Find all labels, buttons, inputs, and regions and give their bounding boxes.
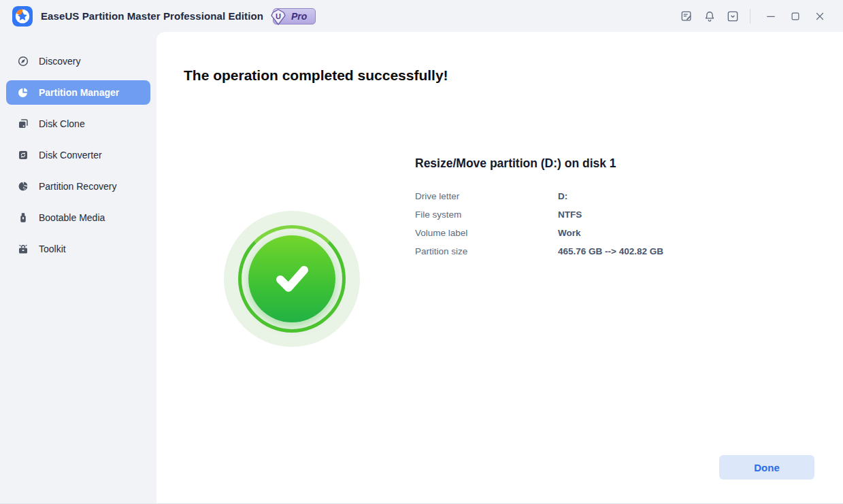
compass-icon — [17, 55, 29, 67]
sidebar-item-disk-converter[interactable]: Disk Converter — [6, 143, 150, 167]
operation-title: Resize/Move partition (D:) on disk 1 — [415, 156, 663, 171]
page-title: The operation completed successfully! — [184, 67, 448, 84]
sidebar-item-label: Bootable Media — [39, 212, 105, 223]
sidebar-item-discovery[interactable]: Discovery — [6, 49, 150, 73]
notifications-button[interactable] — [698, 5, 721, 28]
close-button[interactable] — [808, 5, 832, 28]
window-mode-button[interactable] — [721, 5, 744, 28]
disk-converter-icon — [17, 149, 29, 161]
done-button[interactable]: Done — [719, 455, 814, 480]
detail-label: File system — [415, 209, 558, 220]
note-edit-icon — [680, 10, 693, 23]
sidebar-item-label: Partition Recovery — [39, 181, 116, 192]
svg-text:U: U — [276, 12, 281, 20]
pie-chart-icon — [17, 86, 29, 99]
upgrade-gem-icon: U — [269, 8, 287, 26]
sidebar-item-label: Partition Manager — [39, 87, 119, 98]
sidebar-item-bootable-media[interactable]: Bootable Media — [6, 205, 150, 230]
pro-badge-label: Pro — [291, 11, 307, 22]
usb-drive-icon — [17, 212, 29, 224]
sidebar-item-label: Discovery — [39, 56, 80, 67]
detail-row-file-system: File system NTFS — [415, 205, 663, 224]
detail-value: Work — [558, 228, 581, 238]
operation-details: Resize/Move partition (D:) on disk 1 Dri… — [415, 156, 663, 261]
minimize-icon — [765, 10, 777, 22]
app-title: EaseUS Partition Master Professional Edi… — [41, 10, 263, 22]
detail-row-drive-letter: Drive letter D: — [415, 187, 663, 205]
detail-label: Partition size — [415, 246, 558, 256]
main-panel: The operation completed successfully! Re… — [156, 32, 843, 503]
sidebar-item-partition-recovery[interactable]: Partition Recovery — [6, 174, 150, 199]
toolbox-icon — [17, 243, 29, 255]
detail-row-volume-label: Volume label Work — [415, 224, 663, 242]
maximize-button[interactable] — [783, 5, 808, 28]
sidebar: Discovery Partition Manager Disk Clone — [0, 32, 156, 503]
sidebar-item-disk-clone[interactable]: Disk Clone — [6, 112, 150, 136]
detail-label: Drive letter — [415, 191, 558, 201]
titlebar: EaseUS Partition Master Professional Edi… — [0, 0, 843, 32]
sidebar-item-partition-manager[interactable]: Partition Manager — [6, 80, 150, 105]
close-icon — [814, 10, 826, 22]
disk-clone-icon — [17, 118, 29, 130]
sidebar-item-label: Disk Converter — [39, 150, 102, 161]
bell-icon — [703, 10, 716, 23]
titlebar-divider — [750, 9, 750, 24]
success-check-icon — [224, 211, 360, 347]
sidebar-item-toolkit[interactable]: Toolkit — [6, 237, 150, 261]
collapse-panel-icon — [726, 10, 740, 23]
minimize-button[interactable] — [759, 5, 783, 28]
detail-value: NTFS — [558, 209, 582, 220]
sidebar-item-label: Disk Clone — [39, 118, 85, 129]
detail-value: 465.76 GB --> 402.82 GB — [558, 246, 663, 256]
maximize-icon — [789, 10, 801, 22]
feedback-note-button[interactable] — [675, 5, 698, 28]
detail-value: D: — [558, 191, 567, 201]
detail-row-partition-size: Partition size 465.76 GB --> 402.82 GB — [415, 242, 663, 261]
easeus-logo-icon — [12, 6, 33, 27]
partition-recovery-icon — [17, 180, 29, 192]
sidebar-item-label: Toolkit — [39, 243, 66, 254]
detail-label: Volume label — [415, 228, 558, 238]
pro-badge[interactable]: U Pro — [273, 8, 316, 24]
